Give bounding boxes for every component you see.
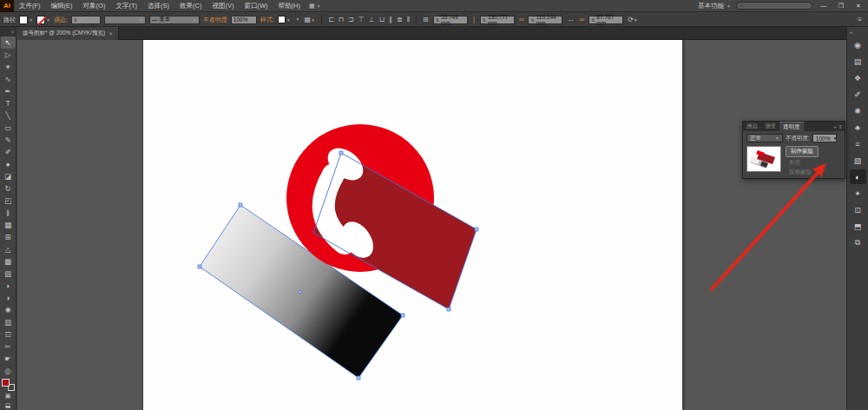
dock-collapse-button[interactable]: « [847, 30, 868, 37]
fill-proxy-swatch[interactable] [2, 379, 10, 387]
arrange-documents-button[interactable]: ▦ ▼ [306, 3, 325, 10]
distribute-horizontal-icon[interactable]: ∥ [388, 17, 393, 23]
transparency-panel-icon[interactable]: ◐ [850, 169, 866, 184]
workspace-switcher[interactable]: 基本功能▼ [698, 2, 731, 10]
tab-gradient[interactable]: 渐变 [761, 122, 779, 131]
minimize-button[interactable]: — [818, 3, 830, 9]
hand-tool-icon[interactable]: ☛ [1, 353, 16, 365]
slice-tool-icon[interactable]: ✂ [1, 341, 16, 353]
link-icon[interactable]: ∞ [518, 17, 525, 23]
stroke-color-picker[interactable]: ▼ [36, 16, 50, 24]
document-tab[interactable]: 拨号图标* @ 200% (CMYK/预览) ✕ [17, 27, 119, 40]
align-top-icon[interactable]: ⊤ [358, 17, 365, 23]
lasso-tool-icon[interactable]: ∿ [1, 73, 16, 85]
distribute-spacing-icon[interactable]: ⫴ [406, 17, 411, 23]
stroke-weight-field[interactable]: ⇅▼ [71, 16, 101, 24]
symbols-panel-icon[interactable]: ✺ [850, 103, 866, 118]
align-right-icon[interactable]: ⊐ [347, 17, 355, 23]
canvas[interactable] [17, 40, 846, 410]
swap-dimensions-icon[interactable]: ↔ [566, 17, 575, 23]
gradient-tool-icon[interactable]: ▧ [1, 268, 16, 280]
style-link[interactable]: 样式: [260, 16, 274, 24]
symbol-sprayer-tool-icon[interactable]: ✺ [1, 304, 16, 316]
magic-wand-tool-icon[interactable]: ✶ [1, 61, 16, 73]
fill-stroke-indicator[interactable] [2, 379, 15, 391]
swatches-panel-icon[interactable]: ❖ [850, 70, 866, 85]
zoom-tool-icon[interactable]: ◎ [1, 365, 16, 377]
transform-w-field[interactable]: ⇅110.144 mm [528, 16, 562, 24]
type-tool-icon[interactable]: T [1, 97, 16, 109]
opacity-link[interactable]: 不透明度 [203, 16, 227, 24]
scale-tool-icon[interactable]: ◰ [1, 195, 16, 207]
search-input[interactable]: ⌾ [736, 2, 812, 10]
menu-help[interactable]: 帮助(H) [273, 0, 306, 12]
menu-view[interactable]: 视图(V) [207, 0, 239, 12]
width-tool-icon[interactable]: ≬ [1, 207, 16, 219]
pathfinder-panel-icon[interactable]: ⧉ [850, 235, 866, 250]
menu-effect[interactable]: 效果(C) [174, 0, 207, 12]
panel-collapse-icon[interactable]: » [833, 124, 836, 129]
brush-definition-dropdown[interactable]: —基本▼ [149, 16, 200, 24]
style-swatch-dropdown[interactable]: ▼ [278, 16, 291, 23]
align-center-icon[interactable]: ⊓ [338, 17, 345, 23]
perspective-grid-tool-icon[interactable]: △ [1, 243, 16, 255]
align-middle-icon[interactable]: ⊥ [368, 17, 376, 23]
restore-button[interactable]: ❐ [835, 3, 847, 10]
opacity-field[interactable]: 100%▼ [231, 16, 257, 24]
rectangle-tool-icon[interactable]: ▭ [1, 122, 16, 134]
align-bottom-icon[interactable]: ⊔ [378, 17, 385, 23]
stroke-panel-icon[interactable]: ≡ [850, 136, 866, 151]
menu-file[interactable]: 文件(F) [14, 0, 46, 12]
column-graph-tool-icon[interactable]: ▥ [1, 316, 16, 328]
panel-opacity-field[interactable]: 100%▼ [812, 134, 837, 142]
menu-edit[interactable]: 编辑(E) [46, 0, 78, 12]
blend-mode-dropdown[interactable]: 正常▼ [746, 134, 783, 142]
paintbrush-tool-icon[interactable]: ✐ [1, 146, 16, 158]
transform-menu-icon[interactable]: ⟳▼ [627, 17, 639, 23]
screen-mode-icon[interactable]: ⬓ [1, 400, 16, 410]
pen-tool-icon[interactable]: ✒ [1, 85, 16, 97]
make-mask-button[interactable]: 制作蒙版 [786, 146, 819, 157]
blob-brush-tool-icon[interactable]: ● [1, 158, 16, 170]
panel-menu-icon[interactable]: ≡ [858, 16, 865, 23]
mesh-tool-icon[interactable]: ▩ [1, 255, 16, 268]
artwork[interactable] [17, 40, 846, 410]
panel-flyout-menu-icon[interactable]: ≡ [838, 124, 842, 129]
appearance-panel-icon[interactable]: ♣ [850, 120, 866, 135]
constrain-proportions-icon[interactable]: ∞ [578, 17, 585, 23]
artboards-panel-icon[interactable]: ⊡ [850, 202, 866, 217]
color-panel-icon[interactable]: ◉ [850, 37, 866, 52]
reference-point-selector[interactable]: ⊞ [422, 17, 430, 23]
drawing-mode-icon[interactable]: ▣ [1, 391, 16, 400]
menu-type[interactable]: 文字(T) [110, 0, 142, 12]
graphic-styles-panel-icon[interactable]: ✦ [850, 186, 866, 201]
line-segment-tool-icon[interactable]: ╲ [1, 109, 16, 122]
blend-tool-icon[interactable]: ◑ [1, 292, 16, 304]
eraser-tool-icon[interactable]: ◪ [1, 170, 16, 182]
toolbar-collapse-button[interactable]: « [0, 27, 16, 36]
tab-transparency[interactable]: 透明度 [779, 122, 804, 131]
shape-builder-tool-icon[interactable]: ⊞ [1, 231, 16, 243]
recolor-artwork-icon[interactable]: ◔ [294, 17, 300, 23]
free-transform-tool-icon[interactable]: ▦ [1, 219, 16, 231]
tab-close-icon[interactable]: ✕ [108, 30, 113, 36]
close-button[interactable]: ✕ [852, 3, 865, 10]
width-profile-dropdown[interactable]: ▼ [104, 16, 146, 24]
tab-stroke[interactable]: 描边 [743, 122, 761, 131]
direct-selection-tool-icon[interactable]: ▷ [1, 49, 16, 61]
fill-color-picker[interactable]: ▼ [19, 16, 33, 24]
artboard-tool-icon[interactable]: ⊡ [1, 328, 16, 341]
gradient-panel-icon[interactable]: ▧ [850, 153, 866, 168]
color-guide-panel-icon[interactable]: ▤ [850, 54, 866, 69]
distribute-vertical-icon[interactable]: ≣ [396, 17, 404, 23]
selection-tool-icon[interactable]: ↖ [1, 36, 16, 49]
rotate-tool-icon[interactable]: ↻ [1, 182, 16, 195]
menu-select[interactable]: 选择(S) [142, 0, 174, 12]
menu-window[interactable]: 窗口(W) [239, 0, 273, 12]
stroke-link[interactable]: 描边: [54, 16, 68, 24]
layers-panel-icon[interactable]: ⬒ [850, 219, 866, 234]
transform-y-field[interactable]: ⇅130.777 mm [480, 16, 515, 24]
eyedropper-tool-icon[interactable]: ◗ [1, 280, 16, 292]
transform-h-field[interactable]: ⇅87.767 mm [589, 16, 623, 24]
document-setup-icon[interactable]: ▦▼ [304, 17, 317, 23]
